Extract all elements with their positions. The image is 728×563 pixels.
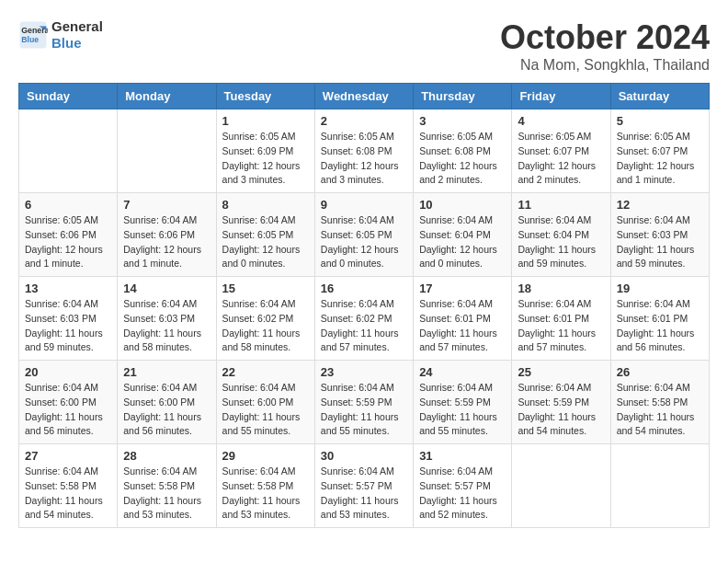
header: General Blue General Blue October 2024 N…	[18, 18, 710, 74]
month-title: October 2024	[500, 18, 710, 57]
day-number: 30	[321, 449, 407, 463]
calendar-cell: 15Sunrise: 6:04 AM Sunset: 6:02 PM Dayli…	[216, 277, 314, 361]
day-info: Sunrise: 6:04 AM Sunset: 5:59 PM Dayligh…	[419, 381, 506, 439]
day-number: 17	[419, 282, 506, 295]
day-info: Sunrise: 6:04 AM Sunset: 6:05 PM Dayligh…	[222, 213, 309, 271]
day-info: Sunrise: 6:05 AM Sunset: 6:09 PM Dayligh…	[222, 130, 309, 188]
day-number: 9	[321, 198, 407, 212]
day-number: 15	[222, 282, 309, 295]
calendar-cell: 5Sunrise: 6:05 AM Sunset: 6:07 PM Daylig…	[610, 109, 709, 193]
logo-line1: General	[51, 18, 103, 35]
calendar-week-row: 20Sunrise: 6:04 AM Sunset: 6:00 PM Dayli…	[19, 361, 710, 444]
calendar-week-row: 27Sunrise: 6:04 AM Sunset: 5:58 PM Dayli…	[19, 444, 710, 528]
day-number: 12	[617, 198, 703, 212]
day-number: 8	[222, 198, 309, 212]
calendar-cell: 17Sunrise: 6:04 AM Sunset: 6:01 PM Dayli…	[414, 277, 512, 361]
day-number: 28	[123, 449, 210, 463]
title-section: October 2024 Na Mom, Songkhla, Thailand	[500, 18, 710, 74]
weekday-header: Wednesday	[314, 84, 413, 109]
weekday-header: Sunday	[19, 84, 118, 109]
day-number: 3	[419, 114, 506, 128]
day-number: 14	[123, 282, 210, 295]
day-info: Sunrise: 6:04 AM Sunset: 5:59 PM Dayligh…	[321, 381, 407, 439]
calendar-cell	[118, 109, 216, 193]
day-info: Sunrise: 6:04 AM Sunset: 5:58 PM Dayligh…	[25, 465, 111, 523]
calendar-week-row: 6Sunrise: 6:05 AM Sunset: 6:06 PM Daylig…	[19, 193, 710, 277]
day-info: Sunrise: 6:04 AM Sunset: 6:03 PM Dayligh…	[123, 297, 210, 355]
calendar-cell: 20Sunrise: 6:04 AM Sunset: 6:00 PM Dayli…	[19, 361, 118, 444]
calendar-cell: 12Sunrise: 6:04 AM Sunset: 6:03 PM Dayli…	[610, 193, 709, 277]
calendar-cell: 9Sunrise: 6:04 AM Sunset: 6:05 PM Daylig…	[314, 193, 413, 277]
day-number: 23	[321, 365, 407, 379]
calendar-cell: 23Sunrise: 6:04 AM Sunset: 5:59 PM Dayli…	[314, 361, 413, 444]
calendar-cell: 24Sunrise: 6:04 AM Sunset: 5:59 PM Dayli…	[414, 361, 512, 444]
calendar-cell: 25Sunrise: 6:04 AM Sunset: 5:59 PM Dayli…	[512, 361, 610, 444]
day-number: 27	[25, 449, 111, 463]
day-info: Sunrise: 6:05 AM Sunset: 6:07 PM Dayligh…	[518, 130, 604, 188]
calendar-cell: 7Sunrise: 6:04 AM Sunset: 6:06 PM Daylig…	[118, 193, 216, 277]
day-info: Sunrise: 6:04 AM Sunset: 5:58 PM Dayligh…	[123, 465, 210, 523]
weekday-header: Friday	[512, 84, 610, 109]
calendar-cell: 2Sunrise: 6:05 AM Sunset: 6:08 PM Daylig…	[314, 109, 413, 193]
day-info: Sunrise: 6:05 AM Sunset: 6:08 PM Dayligh…	[419, 130, 506, 188]
day-number: 5	[617, 114, 703, 128]
weekday-header-row: SundayMondayTuesdayWednesdayThursdayFrid…	[19, 84, 710, 109]
calendar-cell: 27Sunrise: 6:04 AM Sunset: 5:58 PM Dayli…	[19, 444, 118, 528]
day-info: Sunrise: 6:04 AM Sunset: 6:00 PM Dayligh…	[222, 381, 309, 439]
day-number: 4	[518, 114, 604, 128]
calendar-cell: 29Sunrise: 6:04 AM Sunset: 5:58 PM Dayli…	[216, 444, 314, 528]
day-number: 22	[222, 365, 309, 379]
svg-text:Blue: Blue	[21, 35, 39, 44]
day-info: Sunrise: 6:04 AM Sunset: 5:57 PM Dayligh…	[419, 465, 506, 523]
day-info: Sunrise: 6:04 AM Sunset: 6:06 PM Dayligh…	[123, 213, 210, 271]
logo-line2: Blue	[51, 35, 103, 52]
day-number: 26	[617, 365, 703, 379]
location-title: Na Mom, Songkhla, Thailand	[500, 57, 710, 74]
calendar-cell	[610, 444, 709, 528]
calendar-cell: 3Sunrise: 6:05 AM Sunset: 6:08 PM Daylig…	[414, 109, 512, 193]
calendar-cell: 19Sunrise: 6:04 AM Sunset: 6:01 PM Dayli…	[610, 277, 709, 361]
logo-icon: General Blue	[18, 20, 48, 50]
weekday-header: Saturday	[610, 84, 709, 109]
day-info: Sunrise: 6:04 AM Sunset: 6:00 PM Dayligh…	[25, 381, 111, 439]
calendar-cell: 8Sunrise: 6:04 AM Sunset: 6:05 PM Daylig…	[216, 193, 314, 277]
day-number: 19	[617, 282, 703, 295]
day-info: Sunrise: 6:04 AM Sunset: 6:03 PM Dayligh…	[617, 213, 703, 271]
calendar-cell: 14Sunrise: 6:04 AM Sunset: 6:03 PM Dayli…	[118, 277, 216, 361]
day-info: Sunrise: 6:05 AM Sunset: 6:06 PM Dayligh…	[25, 213, 111, 271]
calendar-cell: 10Sunrise: 6:04 AM Sunset: 6:04 PM Dayli…	[414, 193, 512, 277]
day-number: 7	[123, 198, 210, 212]
calendar-cell: 1Sunrise: 6:05 AM Sunset: 6:09 PM Daylig…	[216, 109, 314, 193]
day-info: Sunrise: 6:04 AM Sunset: 6:02 PM Dayligh…	[321, 297, 407, 355]
logo: General Blue General Blue	[18, 18, 103, 52]
day-info: Sunrise: 6:04 AM Sunset: 6:05 PM Dayligh…	[321, 213, 407, 271]
calendar-cell: 26Sunrise: 6:04 AM Sunset: 5:58 PM Dayli…	[610, 361, 709, 444]
day-info: Sunrise: 6:04 AM Sunset: 5:59 PM Dayligh…	[518, 381, 604, 439]
day-info: Sunrise: 6:04 AM Sunset: 6:01 PM Dayligh…	[518, 297, 604, 355]
day-info: Sunrise: 6:04 AM Sunset: 6:01 PM Dayligh…	[419, 297, 506, 355]
day-number: 25	[518, 365, 604, 379]
day-number: 21	[123, 365, 210, 379]
day-number: 6	[25, 198, 111, 212]
calendar-cell: 31Sunrise: 6:04 AM Sunset: 5:57 PM Dayli…	[414, 444, 512, 528]
day-info: Sunrise: 6:04 AM Sunset: 5:57 PM Dayligh…	[321, 465, 407, 523]
day-info: Sunrise: 6:04 AM Sunset: 6:00 PM Dayligh…	[123, 381, 210, 439]
calendar-table: SundayMondayTuesdayWednesdayThursdayFrid…	[18, 83, 710, 528]
calendar-cell: 13Sunrise: 6:04 AM Sunset: 6:03 PM Dayli…	[19, 277, 118, 361]
calendar-cell: 18Sunrise: 6:04 AM Sunset: 6:01 PM Dayli…	[512, 277, 610, 361]
day-number: 10	[419, 198, 506, 212]
calendar-cell	[19, 109, 118, 193]
weekday-header: Tuesday	[216, 84, 314, 109]
calendar-cell: 11Sunrise: 6:04 AM Sunset: 6:04 PM Dayli…	[512, 193, 610, 277]
day-info: Sunrise: 6:04 AM Sunset: 5:58 PM Dayligh…	[222, 465, 309, 523]
weekday-header: Thursday	[414, 84, 512, 109]
calendar-cell: 28Sunrise: 6:04 AM Sunset: 5:58 PM Dayli…	[118, 444, 216, 528]
calendar-cell: 6Sunrise: 6:05 AM Sunset: 6:06 PM Daylig…	[19, 193, 118, 277]
day-number: 20	[25, 365, 111, 379]
day-number: 31	[419, 449, 506, 463]
day-info: Sunrise: 6:04 AM Sunset: 6:03 PM Dayligh…	[25, 297, 111, 355]
day-number: 29	[222, 449, 309, 463]
day-info: Sunrise: 6:05 AM Sunset: 6:07 PM Dayligh…	[617, 130, 703, 188]
calendar-week-row: 13Sunrise: 6:04 AM Sunset: 6:03 PM Dayli…	[19, 277, 710, 361]
day-info: Sunrise: 6:04 AM Sunset: 5:58 PM Dayligh…	[617, 381, 703, 439]
